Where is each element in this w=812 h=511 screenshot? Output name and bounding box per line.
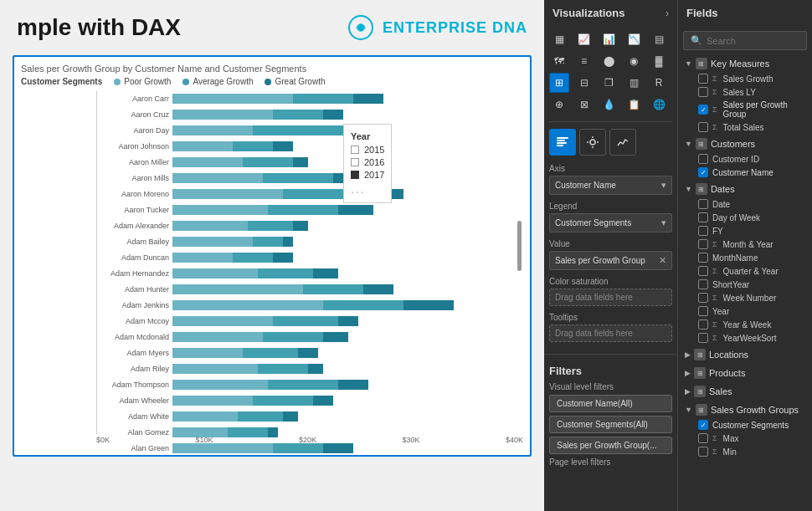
search-box[interactable]: 🔍 [683,31,807,50]
field-item[interactable]: ΣSales LY [681,85,809,99]
average-growth-dot [182,79,189,85]
field-item[interactable]: ΣWeek Number [681,291,809,304]
field-item[interactable]: FY [681,224,809,238]
field-item-label: YearWeekSort [723,334,777,343]
year-filter-item[interactable]: 2015 [351,145,384,155]
field-group-header[interactable]: ▶⊞Products [681,365,809,381]
bar-label: Aaron Carr [97,95,172,103]
viz-icon-6[interactable]: ≡ [574,51,594,71]
field-item[interactable]: ShortYear [681,278,809,291]
viz-icon-16[interactable]: ⊠ [574,95,594,115]
year-filter-item[interactable]: 2017 [351,170,384,180]
field-group-header[interactable]: ▼⊞Customers [681,135,809,152]
filter-badge-customer-name[interactable]: Customer Name(All) [549,395,672,412]
field-checkbox [698,279,708,289]
legend-well-label: Legend [549,202,672,211]
field-item[interactable]: ΣMonth & Year [681,238,809,251]
field-item[interactable]: Date [681,197,809,211]
field-item[interactable]: Year [681,304,809,318]
main-header: mple with DAX ENTERPRISE DNA [0,0,544,47]
table-row: Aaron Cruz [97,107,523,122]
viz-icon-8[interactable]: ◉ [624,51,644,71]
bar-label: Aaron Johnson [97,142,172,151]
table-row: Adam Alexander [97,218,523,233]
field-item[interactable]: ΣQuarter & Year [681,264,809,278]
field-item[interactable]: ΣYear & Week [681,318,809,331]
viz-icon-18[interactable]: 📋 [624,95,644,115]
year-filter-item[interactable]: 2016 [351,157,384,167]
viz-icon-19[interactable]: 🌐 [649,95,669,115]
field-group-key-measures: ▼⊞Key MeasuresΣSales GrowthΣSales LY✓ΣSa… [681,55,809,134]
field-group-header[interactable]: ▶⊞Locations [681,346,809,363]
page-level-filters-label: Page level filters [549,457,672,467]
scroll-indicator[interactable] [517,221,522,271]
viz-icon-10[interactable]: ⊞ [549,73,569,93]
field-item[interactable]: ΣSales Growth [681,72,809,85]
field-item-label: Customer Name [712,168,773,177]
filter-badge-sales-growth[interactable]: Sales per Growth Group(... [549,437,672,454]
field-item[interactable]: ΣMin [681,445,809,458]
group-table-icon: ⊞ [694,349,706,360]
field-group-header[interactable]: ▶⊞Sales [681,383,809,400]
year-checkbox[interactable] [351,171,359,179]
more-options[interactable]: ... [351,182,384,196]
legend-well-value[interactable]: Customer Segments ▾ [549,213,672,233]
analytics-button[interactable] [609,129,636,156]
field-item[interactable]: ✓Customer Name [681,166,809,179]
bar-segments [172,427,523,437]
filter-badge-customer-segments[interactable]: Customer Segments(All) [549,416,672,433]
viz-icon-9[interactable]: ▓ [649,51,669,71]
filters-section: Filters Visual level filters Customer Na… [544,354,677,475]
field-item[interactable]: Customer ID [681,152,809,166]
bar-label: Adam White [97,412,172,421]
panel-arrow-icon[interactable]: › [666,8,669,19]
value-well-value[interactable]: Sales per Growth Group ✕ [549,251,672,270]
field-item[interactable]: ✓ΣSales per Growth Group [681,99,809,120]
year-filter: Year 201520162017 ... [343,124,392,203]
field-group-header[interactable]: ▼⊞Dates [681,181,809,197]
viz-icon-2[interactable]: 📊 [599,29,619,49]
bar-label: Adam Riley [97,365,172,373]
fields-button[interactable] [549,129,576,156]
average-growth-label: Average Growth [193,77,253,86]
field-item[interactable]: Day of Week [681,211,809,224]
viz-icon-17[interactable]: 💧 [599,95,619,115]
visualizations-header: Visualizations › [544,0,677,26]
year-label-text: 2017 [364,170,384,180]
field-item[interactable]: ΣTotal Sales [681,120,809,134]
viz-icon-5[interactable]: 🗺 [549,51,569,71]
svg-rect-4 [557,142,567,144]
field-item[interactable]: ✓Customer Segments [681,418,809,432]
field-item[interactable]: ΣYearWeekSort [681,331,809,345]
viz-icon-7[interactable]: ⬤ [599,51,619,71]
field-item-label: Sales Growth [723,74,773,84]
value-remove-btn[interactable]: ✕ [659,255,666,266]
axis-remove-btn[interactable]: ▾ [661,180,666,191]
viz-icon-4[interactable]: ▤ [649,29,669,49]
legend-remove-btn[interactable]: ▾ [661,217,666,228]
viz-icon-15[interactable]: ⊕ [549,95,569,115]
viz-icon-12[interactable]: ❐ [599,73,619,93]
viz-icon-14[interactable]: R [649,73,669,93]
viz-icon-3[interactable]: 📉 [624,29,644,49]
year-checkbox[interactable] [351,158,359,166]
field-group-header[interactable]: ▼⊞Key Measures [681,55,809,72]
field-item-label: Max [723,434,739,443]
field-item[interactable]: MonthName [681,251,809,264]
color-saturation-drop[interactable]: Drag data fields here [549,289,672,306]
viz-icon-11[interactable]: ⊟ [574,73,594,93]
field-group-header[interactable]: ▼⊞Sales Growth Groups [681,401,809,418]
bar-segment [253,396,313,406]
bar-segment [338,380,368,390]
axis-well-value[interactable]: Customer Name ▾ [549,176,672,195]
search-input[interactable] [707,36,799,46]
viz-icon-1[interactable]: 📈 [574,29,594,49]
viz-icon-0[interactable]: ▦ [549,29,569,49]
bar-label: Adam Jenkins [97,301,172,309]
field-item[interactable]: ΣMax [681,432,809,445]
viz-icon-13[interactable]: ▥ [624,73,644,93]
great-growth-dot [265,79,271,85]
format-button[interactable] [579,129,606,156]
tooltips-drop[interactable]: Drag data fields here [549,324,672,342]
year-checkbox[interactable] [351,146,359,154]
